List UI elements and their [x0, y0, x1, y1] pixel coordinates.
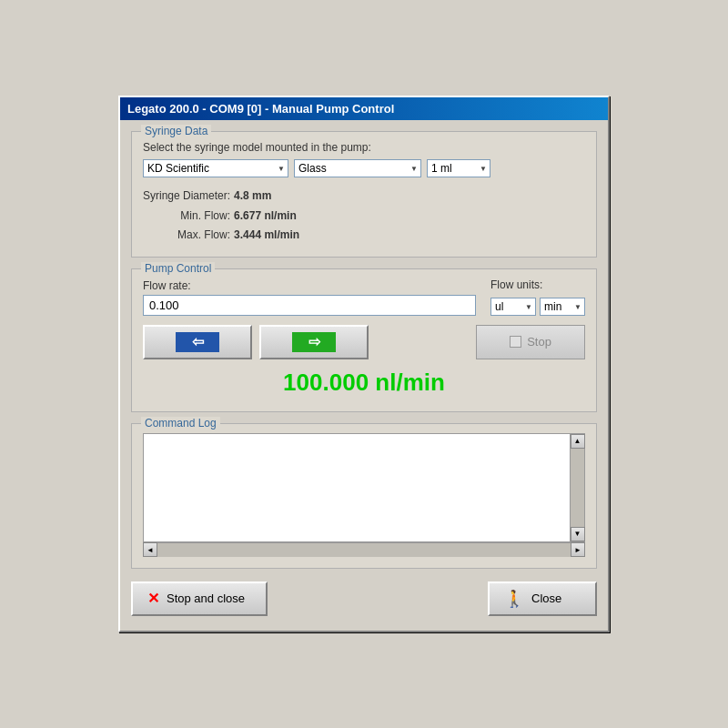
flow-units-group: Flow units: ul ml nl min	[490, 278, 585, 316]
pump-btn-row: ⇦ ⇨ Stop	[143, 325, 585, 359]
min-flow-value: 6.677 nl/min	[234, 209, 297, 222]
pump-section: Flow rate: Flow units: ul ml nl	[143, 278, 585, 316]
stop-and-close-button[interactable]: ✕ Stop and close	[131, 581, 268, 616]
syringe-data-title: Syringe Data	[141, 125, 211, 137]
unit-amount-wrapper: ul ml nl	[490, 298, 536, 316]
log-textarea-wrapper: ▲ ▼	[143, 433, 585, 542]
manufacturer-select-wrapper: KD Scientific Hamilton BD Popper	[143, 159, 288, 177]
volume-select[interactable]: 1 ml 5 ml 10 ml 50 ml	[427, 159, 490, 177]
stop-button[interactable]: Stop	[476, 325, 585, 359]
diameter-value: 4.8 mm	[234, 189, 271, 202]
max-flow-label: Max. Flow:	[143, 226, 234, 246]
syringe-select-label: Select the syringe model mounted in the …	[143, 141, 585, 154]
bottom-buttons: ✕ Stop and close 🚶 Close	[131, 578, 597, 620]
max-flow-value: 3.444 ml/min	[234, 228, 299, 241]
arrow-right-icon: ⇨	[292, 332, 336, 352]
scroll-track-h	[157, 543, 571, 557]
diameter-label: Syringe Diameter:	[143, 187, 234, 207]
flow-display: 100.000 nl/min	[143, 359, 585, 400]
unit-time-wrapper: min hr sec	[540, 298, 585, 316]
manufacturer-select[interactable]: KD Scientific Hamilton BD Popper	[143, 159, 288, 177]
scroll-up-btn[interactable]: ▲	[571, 434, 585, 449]
stop-label: Stop	[527, 335, 551, 349]
volume-select-wrapper: 1 ml 5 ml 10 ml 50 ml	[427, 159, 490, 177]
walking-icon: 🚶	[504, 589, 524, 609]
unit-amount-select[interactable]: ul ml nl	[490, 298, 536, 316]
infuse-button[interactable]: ⇦	[143, 325, 252, 359]
flow-rate-input[interactable]	[143, 295, 476, 316]
withdraw-button[interactable]: ⇨	[259, 325, 369, 359]
x-icon: ✕	[147, 590, 159, 607]
close-label: Close	[531, 592, 561, 605]
min-flow-label: Min. Flow:	[143, 207, 234, 227]
log-scrollbar-vertical: ▲ ▼	[570, 434, 584, 541]
flow-units-row: ul ml nl min hr sec	[490, 298, 585, 316]
stop-and-close-label: Stop and close	[167, 592, 245, 605]
syringe-dropdowns: KD Scientific Hamilton BD Popper Glass P…	[143, 159, 585, 177]
unit-time-select[interactable]: min hr sec	[540, 298, 585, 316]
stop-checkbox[interactable]	[510, 336, 521, 348]
title-bar: Legato 200.0 - COM9 [0] - Manual Pump Co…	[120, 97, 608, 120]
flow-units-label: Flow units:	[490, 278, 585, 291]
material-select-wrapper: Glass Plastic	[294, 159, 421, 177]
command-log-group: Command Log ▲ ▼ ◄ ►	[131, 423, 597, 569]
main-window: Legato 200.0 - COM9 [0] - Manual Pump Co…	[118, 96, 610, 632]
pump-control-title: Pump Control	[141, 262, 215, 275]
scroll-track-v	[571, 449, 584, 527]
close-button[interactable]: 🚶 Close	[488, 581, 597, 616]
flow-rate-group: Flow rate:	[143, 279, 476, 316]
scroll-right-btn[interactable]: ►	[571, 542, 585, 557]
window-content: Syringe Data Select the syringe model mo…	[120, 120, 608, 631]
command-log-title: Command Log	[141, 417, 220, 430]
scroll-left-btn[interactable]: ◄	[143, 542, 157, 557]
pump-control-group: Pump Control Flow rate: Flow units: ul m…	[131, 268, 597, 412]
window-title: Legato 200.0 - COM9 [0] - Manual Pump Co…	[127, 102, 394, 116]
flow-rate-label: Flow rate:	[143, 279, 476, 292]
syringe-data-group: Syringe Data Select the syringe model mo…	[131, 131, 597, 258]
arrow-left-icon: ⇦	[176, 332, 219, 352]
material-select[interactable]: Glass Plastic	[294, 159, 421, 177]
log-scrollbar-horizontal: ◄ ►	[143, 542, 585, 557]
scroll-down-btn[interactable]: ▼	[571, 527, 585, 541]
syringe-info: Syringe Diameter: 4.8 mm Min. Flow: 6.67…	[143, 187, 585, 246]
log-content-area[interactable]	[144, 434, 570, 541]
